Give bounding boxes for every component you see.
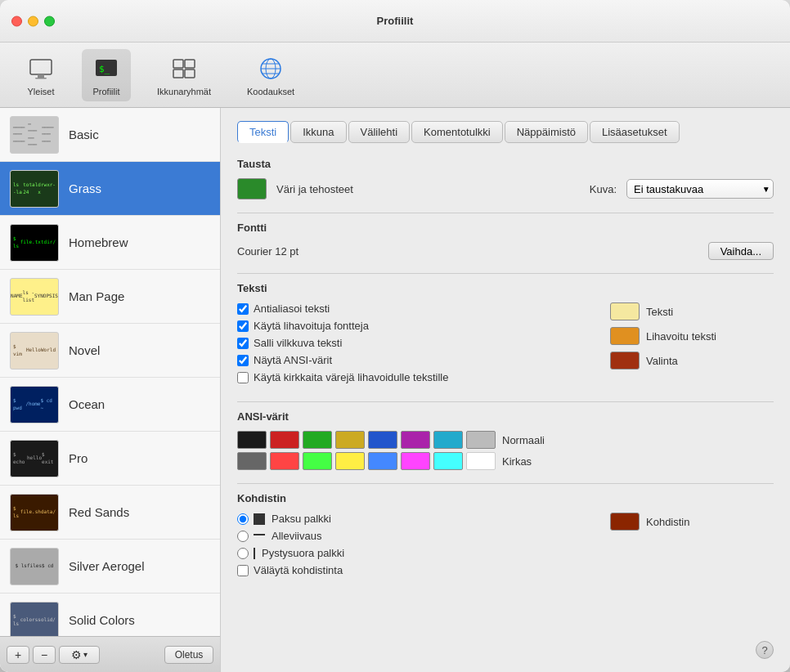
ansi-normal-4[interactable]: [368, 431, 397, 449]
pystysuora-label: Pystysuora palkki: [262, 547, 344, 559]
kohdistin-title: Kohdistin: [237, 492, 774, 504]
divider-2: [237, 273, 774, 274]
profile-item-redsands[interactable]: $ ls file.sh data/ Red Sands: [0, 486, 220, 540]
profile-item-silveraerogel[interactable]: $ ls files $ cd Silver Aerogel: [0, 540, 220, 594]
help-button[interactable]: ?: [756, 641, 774, 659]
lihavoitu-checkbox[interactable]: [237, 320, 249, 332]
gear-button[interactable]: ⚙ ▾: [59, 646, 100, 664]
ansi-bright-4[interactable]: [368, 452, 397, 470]
profile-thumb-basic: ──── ─── ──── ─ ─── ── ─── ──── ─── ───: [10, 116, 59, 154]
ansi-bright-2[interactable]: [303, 452, 332, 470]
ansi-bright-1[interactable]: [270, 452, 299, 470]
ansi-bright-7[interactable]: [466, 452, 496, 470]
windows-icon: [169, 54, 199, 83]
tab-komentotulkki[interactable]: Komentotulkki: [411, 121, 503, 143]
profile-thumb-novel: $ vim Hello World: [10, 332, 59, 370]
plus-icon: +: [15, 648, 21, 661]
ansivarit-checkbox[interactable]: [237, 355, 249, 366]
radio-paksu: Paksu palkki: [237, 513, 586, 525]
profile-item-solidcolors[interactable]: $ ls colors solid/ Solid Colors: [0, 594, 220, 636]
ansi-normal-1[interactable]: [270, 431, 299, 449]
tab-teksti[interactable]: Teksti: [237, 121, 289, 143]
alleviivaus-radio[interactable]: [237, 531, 249, 542]
vaihda-button[interactable]: Vaihda...: [708, 242, 774, 260]
toolbar-item-koodaukset[interactable]: Koodaukset: [237, 49, 304, 101]
kohdistin-color-swatch[interactable]: [610, 513, 640, 531]
pystysuora-radio[interactable]: [237, 548, 249, 559]
toolbar-item-yleiset[interactable]: Yleiset: [16, 49, 65, 101]
tausta-row: Väri ja tehosteet Kuva: Ei taustakuvaa V…: [237, 178, 774, 199]
antialiasoi-checkbox[interactable]: [237, 303, 249, 315]
chevron-down-icon: ▾: [83, 650, 88, 659]
fontti-row: Courier 12 pt Vaihda...: [237, 242, 774, 260]
svg-text:$_: $_: [99, 64, 110, 74]
blink-checkbox[interactable]: [237, 565, 249, 576]
tab-ikkuna[interactable]: Ikkuna: [290, 121, 346, 143]
add-profile-button[interactable]: +: [7, 646, 29, 664]
profile-name-basic: Basic: [69, 128, 99, 141]
lihavoitu-color-swatch[interactable]: [610, 327, 640, 345]
ansi-normal-0[interactable]: [237, 431, 267, 449]
profile-thumb-homebrew: $ ls file.txt dir/: [10, 224, 59, 262]
ansi-normal-6[interactable]: [433, 431, 463, 449]
ansi-normal-5[interactable]: [401, 431, 430, 449]
teksti-color-swatch[interactable]: [610, 302, 640, 320]
remove-profile-button[interactable]: −: [33, 646, 56, 664]
default-label: Oletus: [175, 649, 204, 661]
teksti-row: Antialiasoi teksti Käytä lihavoituja fon…: [237, 302, 774, 388]
tab-valilehti[interactable]: Välilehti: [348, 121, 411, 143]
ansivarit-label: Näytä ANSI-värit: [254, 354, 332, 366]
profile-item-ocean[interactable]: $ pwd /home $ cd ~ Ocean: [0, 378, 220, 432]
kuva-select[interactable]: Ei taustakuvaa Valitse kuva...: [626, 179, 774, 199]
tab-lisaasetukset[interactable]: Lisäasetukset: [590, 121, 680, 143]
vilkkuva-checkbox[interactable]: [237, 338, 249, 349]
svg-rect-6: [185, 60, 195, 68]
profile-thumb-redsands: $ ls file.sh data/: [10, 494, 59, 531]
toolbar-label-yleiset: Yleiset: [27, 87, 54, 96]
ansi-bright-6[interactable]: [433, 452, 463, 470]
ansi-bright-5[interactable]: [401, 452, 430, 470]
divider-3: [237, 401, 774, 402]
kirkkaat-checkbox[interactable]: [237, 372, 249, 383]
profile-item-homebrew[interactable]: $ ls file.txt dir/ Homebrew: [0, 216, 220, 270]
minimize-button[interactable]: [28, 16, 38, 26]
ansi-normal-row: Normaali: [237, 431, 774, 449]
ansi-normal-7[interactable]: [466, 431, 496, 449]
profile-item-pro[interactable]: $ echo hello $ exit Pro: [0, 432, 220, 486]
close-button[interactable]: [11, 16, 22, 26]
minus-icon: −: [41, 648, 47, 661]
ansi-title: ANSI-värit: [237, 410, 774, 423]
ansi-normal-3[interactable]: [335, 431, 365, 449]
kohdistin-color-row: Kohdistin: [610, 513, 774, 531]
maximize-button[interactable]: [44, 16, 55, 26]
profile-item-manpage[interactable]: NAME ls - list SYNOPSIS Man Page: [0, 270, 220, 324]
teksti-right: Teksti Lihavoitu teksti Valinta: [610, 302, 774, 388]
right-panel-container: Teksti Ikkuna Välilehti Komentotulkki Nä…: [221, 108, 790, 672]
profile-item-basic[interactable]: ──── ─── ──── ─ ─── ── ─── ──── ─── ─── …: [0, 108, 220, 162]
teksti-left: Antialiasoi teksti Käytä lihavoituja fon…: [237, 302, 586, 388]
ansi-normal-2[interactable]: [303, 431, 332, 449]
toolbar-item-ikkunaryhmat[interactable]: Ikkunaryhmät: [147, 49, 221, 101]
profile-item-novel[interactable]: $ vim Hello World Novel: [0, 324, 220, 378]
alleviivaus-label: Alleviivaus: [272, 530, 321, 542]
default-button[interactable]: Oletus: [164, 646, 213, 664]
terminal-icon: $_: [92, 54, 121, 83]
tausta-color-label: Väri ja tehosteet: [276, 183, 580, 195]
valinta-color-label: Valinta: [646, 355, 678, 367]
tab-nappaimisto[interactable]: Näppäimistö: [505, 121, 588, 143]
profile-item-grass[interactable]: ls -la total 24 drwxr-x Grass: [0, 162, 220, 216]
valinta-color-swatch[interactable]: [610, 352, 640, 370]
toolbar-item-profiilit[interactable]: $_ Profiilit: [82, 49, 131, 101]
toolbar: Yleiset $_ Profiilit Ikkunary: [0, 43, 790, 108]
main-content: ──── ─── ──── ─ ─── ── ─── ──── ─── ─── …: [0, 108, 790, 672]
globe-icon: [256, 54, 285, 83]
paksu-radio[interactable]: [237, 513, 249, 525]
checkbox-lihavoitu: Käytä lihavoituja fontteja: [237, 320, 586, 332]
tausta-color-swatch[interactable]: [237, 178, 267, 199]
lihavoitu-color-label: Lihavoitu teksti: [646, 330, 716, 343]
profile-thumb-grass: ls -la total 24 drwxr-x: [10, 170, 59, 208]
ansi-bright-3[interactable]: [335, 452, 365, 470]
ansi-bright-0[interactable]: [237, 452, 267, 470]
profile-thumb-ocean: $ pwd /home $ cd ~: [10, 386, 59, 423]
toolbar-label-profiilit: Profiilit: [92, 87, 119, 96]
